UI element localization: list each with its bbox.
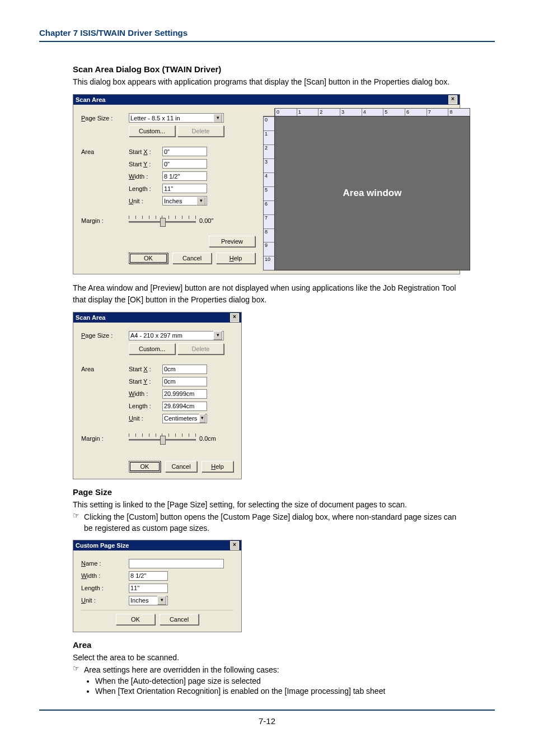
label-length: Length : bbox=[81, 585, 129, 591]
slider-thumb[interactable] bbox=[160, 436, 166, 445]
starty-input[interactable] bbox=[162, 159, 207, 169]
margin-slider[interactable] bbox=[129, 216, 196, 226]
section-area-title: Area bbox=[73, 640, 461, 650]
label-margin: Margin : bbox=[81, 217, 129, 224]
startx-input[interactable] bbox=[162, 147, 207, 156]
cancel-button[interactable]: Cancel bbox=[165, 461, 197, 472]
close-icon[interactable]: × bbox=[448, 95, 457, 104]
header-rule bbox=[39, 41, 495, 42]
section-page-size-desc: This setting is linked to the [Page Size… bbox=[73, 499, 461, 510]
pointer-icon: ☞ bbox=[73, 664, 84, 673]
delete-button[interactable]: Delete bbox=[177, 125, 224, 137]
footer-rule bbox=[39, 710, 495, 711]
section-area-desc: Select the area to be scanned. bbox=[73, 652, 461, 663]
label-length: Length : bbox=[129, 403, 162, 409]
dialog-custom-page-size: Custom Page Size × Name : Width : Length… bbox=[73, 540, 242, 632]
margin-value: 0.0cm bbox=[199, 435, 216, 442]
unit-value: Centimeters bbox=[164, 415, 197, 422]
label-startx: Start X : bbox=[129, 148, 162, 155]
label-starty: Start Y : bbox=[129, 378, 162, 385]
label-area-group: Area bbox=[81, 366, 129, 372]
custom-button[interactable]: Custom... bbox=[129, 343, 175, 354]
area-preview: 0 1 2 3 4 5 6 7 8 0 1 bbox=[263, 108, 470, 270]
chevron-down-icon: ▾ bbox=[196, 197, 205, 206]
area-window-label: Area window bbox=[339, 185, 406, 201]
unit-select[interactable]: Centimeters ▾ bbox=[162, 414, 207, 423]
startx-input[interactable] bbox=[162, 365, 207, 374]
slider-thumb[interactable] bbox=[160, 218, 166, 227]
length-input[interactable] bbox=[129, 584, 168, 593]
list-item: When the [Auto-detection] page size is s… bbox=[95, 676, 461, 685]
unit-select[interactable]: Inches ▾ bbox=[162, 196, 207, 206]
section-page-size-note: Clicking the [Custom] button opens the [… bbox=[84, 511, 461, 534]
area-canvas[interactable]: Area window bbox=[274, 116, 470, 270]
label-width: Width : bbox=[129, 173, 162, 180]
section-page-size-title: Page Size bbox=[73, 487, 461, 497]
pointer-icon: ☞ bbox=[73, 511, 84, 520]
page-size-select[interactable]: A4 - 210 x 297 mm ▾ bbox=[129, 331, 224, 340]
name-input[interactable] bbox=[129, 559, 224, 568]
page-number: 7-12 bbox=[39, 716, 495, 726]
length-input[interactable] bbox=[162, 402, 207, 411]
unit-value: Inches bbox=[164, 198, 182, 204]
dialog-titlebar: Custom Page Size × bbox=[73, 540, 241, 550]
label-unit: Unit : bbox=[81, 597, 129, 604]
dialog-title: Scan Area bbox=[76, 95, 105, 105]
dialog-titlebar: Scan Area × bbox=[73, 312, 241, 323]
close-icon[interactable]: × bbox=[230, 541, 239, 550]
dialog-scan-area-1: Scan Area × Page Size : Letter - 8.5 x 1… bbox=[73, 94, 460, 274]
label-unit: Unit : bbox=[129, 198, 162, 204]
width-input[interactable] bbox=[129, 571, 168, 581]
label-starty: Start Y : bbox=[129, 161, 162, 167]
unit-select[interactable]: Inches ▾ bbox=[129, 596, 168, 605]
page-size-value: Letter - 8.5 x 11 in bbox=[130, 115, 180, 122]
dialog-titlebar: Scan Area × bbox=[73, 95, 460, 105]
label-startx: Start X : bbox=[129, 366, 162, 372]
length-input[interactable] bbox=[162, 184, 207, 193]
dialog-scan-area-2: Scan Area × Page Size : A4 - 210 x 297 m… bbox=[73, 312, 242, 479]
label-width: Width : bbox=[81, 572, 129, 579]
label-length: Length : bbox=[129, 185, 162, 192]
custom-button[interactable]: Custom... bbox=[129, 125, 175, 137]
section-area-note: Area settings here are overridden in the… bbox=[84, 664, 461, 675]
help-button[interactable]: Help bbox=[202, 461, 233, 472]
width-input[interactable] bbox=[162, 389, 207, 399]
delete-button[interactable]: Delete bbox=[177, 343, 224, 354]
list-item: When [Text Orientation Recognition] is e… bbox=[95, 687, 461, 696]
unit-value: Inches bbox=[130, 597, 148, 604]
width-input[interactable] bbox=[162, 171, 207, 181]
label-page-size: Page Size : bbox=[81, 332, 129, 339]
help-button[interactable]: Help bbox=[216, 253, 255, 264]
label-unit: Unit : bbox=[129, 415, 162, 422]
label-name: Name : bbox=[81, 560, 129, 567]
chevron-down-icon: ▾ bbox=[199, 414, 205, 423]
preview-button[interactable]: Preview bbox=[209, 236, 255, 247]
margin-slider[interactable] bbox=[129, 433, 196, 444]
ok-button[interactable]: OK bbox=[129, 461, 161, 472]
margin-value: 0.00" bbox=[199, 217, 213, 224]
dialog-title: Custom Page Size bbox=[76, 540, 129, 550]
chevron-down-icon: ▾ bbox=[213, 114, 222, 123]
starty-input[interactable] bbox=[162, 377, 207, 386]
mid-text: The Area window and [Preview] button are… bbox=[73, 282, 461, 305]
close-icon[interactable]: × bbox=[230, 313, 239, 322]
cancel-button[interactable]: Cancel bbox=[172, 253, 212, 264]
cancel-button[interactable]: Cancel bbox=[160, 614, 199, 625]
dialog-title: Scan Area bbox=[76, 312, 105, 323]
label-page-size: Page Size : bbox=[81, 115, 129, 122]
chevron-down-icon: ▾ bbox=[213, 331, 222, 340]
section-1-title: Scan Area Dialog Box (TWAIN Driver) bbox=[73, 64, 461, 74]
ok-button[interactable]: OK bbox=[129, 253, 168, 264]
label-margin: Margin : bbox=[81, 435, 129, 442]
page-size-value: A4 - 210 x 297 mm bbox=[130, 332, 182, 339]
ok-button[interactable]: OK bbox=[116, 614, 155, 625]
label-area-group: Area bbox=[81, 148, 129, 155]
area-bullet-list: When the [Auto-detection] page size is s… bbox=[95, 676, 461, 696]
page-size-select[interactable]: Letter - 8.5 x 11 in ▾ bbox=[129, 113, 224, 123]
section-1-desc: This dialog box appears with application… bbox=[73, 76, 461, 87]
label-width: Width : bbox=[129, 390, 162, 397]
chevron-down-icon: ▾ bbox=[157, 596, 166, 605]
chapter-header: Chapter 7 ISIS/TWAIN Driver Settings bbox=[39, 28, 495, 40]
ruler-vertical: 0 1 2 3 4 5 6 7 8 9 10 bbox=[263, 116, 275, 270]
